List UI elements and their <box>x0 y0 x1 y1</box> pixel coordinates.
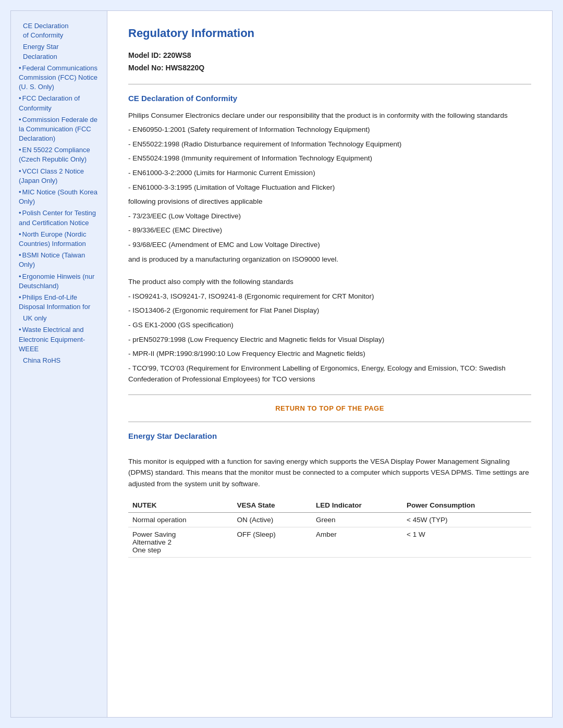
sidebar-item-mic[interactable]: MIC Notice (South Korea Only) <box>19 188 102 206</box>
header-nutek: NUTEK <box>128 498 233 513</box>
sidebar: CE Declarationof Conformity Energy StarD… <box>11 11 107 717</box>
ce-line-6: following provisions of directives appli… <box>128 196 531 207</box>
sidebar-item-fcc-notice[interactable]: Federal Communications Commission (FCC) … <box>19 64 102 92</box>
sidebar-item-bsmi[interactable]: BSMI Notice (Taiwan Only) <box>19 251 102 269</box>
cell-nutek-2: Power SavingAlternative 2One step <box>128 527 233 557</box>
cell-power-2: < 1 W <box>402 527 531 557</box>
sidebar-item-north-europe[interactable]: North Europe (Nordic Countries) Informat… <box>19 230 102 249</box>
ce-line-17: - TCO'99, TCO'03 (Requirement for Enviro… <box>128 363 531 385</box>
cell-power-1: < 45W (TYP) <box>402 512 531 527</box>
ce-line-11: The product also comply with the followi… <box>128 276 531 288</box>
nutek-table: NUTEK VESA State LED Indicator Power Con… <box>128 498 531 558</box>
ce-line-1: - EN60950-1:2001 (Safety requirement of … <box>128 124 531 135</box>
model-no: Model No: HWS8220Q <box>128 62 531 75</box>
main-content: Regulatory Information Model ID: 220WS8 … <box>107 11 552 717</box>
sidebar-item-uk-only[interactable]: UK only <box>19 314 102 323</box>
sidebar-item-polish[interactable]: Polish Center for Testing and Certificat… <box>19 208 102 227</box>
table-row-1: Normal operation ON (Active) Green < 45W… <box>128 512 531 527</box>
header-led: LED Indicator <box>312 498 402 513</box>
sidebar-item-ce-declaration[interactable]: CE Declarationof Conformity <box>19 21 102 40</box>
model-info: Model ID: 220WS8 Model No: HWS8220Q <box>128 50 531 75</box>
cell-led-2: Amber <box>312 527 402 557</box>
header-vesa: VESA State <box>233 498 312 513</box>
sidebar-item-fcc-conformity[interactable]: FCC Declaration of Conformity <box>19 94 102 113</box>
ce-line-2: - EN55022:1998 (Radio Disturbance requir… <box>128 139 531 150</box>
ce-section: CE Declaration of Conformity Philips Con… <box>128 94 531 385</box>
ce-line-0: Philips Consumer Electronics declare und… <box>128 110 531 121</box>
ce-line-12: - ISO9241-3, ISO9241-7, ISO9241-8 (Ergon… <box>128 291 531 302</box>
ce-line-8: - 89/336/EEC (EMC Directive) <box>128 225 531 236</box>
sidebar-item-ergonomie[interactable]: Ergonomie Hinweis (nur Deutschland) <box>19 272 102 291</box>
cell-nutek-1: Normal operation <box>128 512 233 527</box>
energy-description: This monitor is equipped with a function… <box>128 456 531 490</box>
cell-vesa-1: ON (Active) <box>233 512 312 527</box>
model-id: Model ID: 220WS8 <box>128 50 531 62</box>
energy-section-title: Energy Star Declaration <box>128 431 531 440</box>
energy-table-section: NUTEK VESA State LED Indicator Power Con… <box>128 498 531 558</box>
sidebar-item-vcci[interactable]: VCCI Class 2 Notice (Japan Only) <box>19 167 102 186</box>
divider-1 <box>128 84 531 84</box>
sidebar-item-weee[interactable]: Waste Electrical and Electronic Equipmen… <box>19 325 102 354</box>
sidebar-item-en55022[interactable]: EN 55022 Compliance (Czech Republic Only… <box>19 145 102 164</box>
energy-section: Energy Star Declaration This monitor is … <box>128 431 531 558</box>
ce-line-16: - MPR-II (MPR:1990:8/1990:10 Low Frequen… <box>128 348 531 360</box>
ce-line-14: - GS EK1-2000 (GS specification) <box>128 319 531 331</box>
ce-line-4: - EN61000-3-2:2000 (Limits for Harmonic … <box>128 167 531 179</box>
cell-led-1: Green <box>312 512 402 527</box>
table-header-row: NUTEK VESA State LED Indicator Power Con… <box>128 498 531 513</box>
page-container: CE Declarationof Conformity Energy StarD… <box>10 10 553 718</box>
ce-line-9: - 93/68/EEC (Amendment of EMC and Low Vo… <box>128 239 531 251</box>
page-title: Regulatory Information <box>128 27 531 40</box>
sidebar-item-energy-star[interactable]: Energy StarDeclaration <box>19 42 102 61</box>
ce-line-15: - prEN50279:1998 (Low Frequency Electric… <box>128 334 531 346</box>
ce-section-title: CE Declaration of Conformity <box>128 94 531 103</box>
sidebar-item-commission-federale[interactable]: Commission Federale de la Communication … <box>19 115 102 144</box>
ce-line-3: - EN55024:1998 (Immunity requirement of … <box>128 153 531 164</box>
return-to-top[interactable]: RETURN TO TOP OF THE PAGE <box>128 404 531 412</box>
cell-vesa-2: OFF (Sleep) <box>233 527 312 557</box>
ce-line-10: and is produced by a manufacturing organ… <box>128 254 531 265</box>
divider-3 <box>128 422 531 422</box>
divider-2 <box>128 394 531 395</box>
ce-line-5: - EN61000-3-3:1995 (Limitation of Voltag… <box>128 182 531 193</box>
ce-line-7: - 73/23/EEC (Low Voltage Directive) <box>128 211 531 222</box>
ce-line-13: - ISO13406-2 (Ergonomic requirement for … <box>128 305 531 316</box>
sidebar-item-philips-end[interactable]: Philips End-of-Life Disposal Information… <box>19 293 102 312</box>
sidebar-item-china-rohs[interactable]: China RoHS <box>19 356 102 365</box>
table-row-2: Power SavingAlternative 2One step OFF (S… <box>128 527 531 557</box>
header-power: Power Consumption <box>402 498 531 513</box>
